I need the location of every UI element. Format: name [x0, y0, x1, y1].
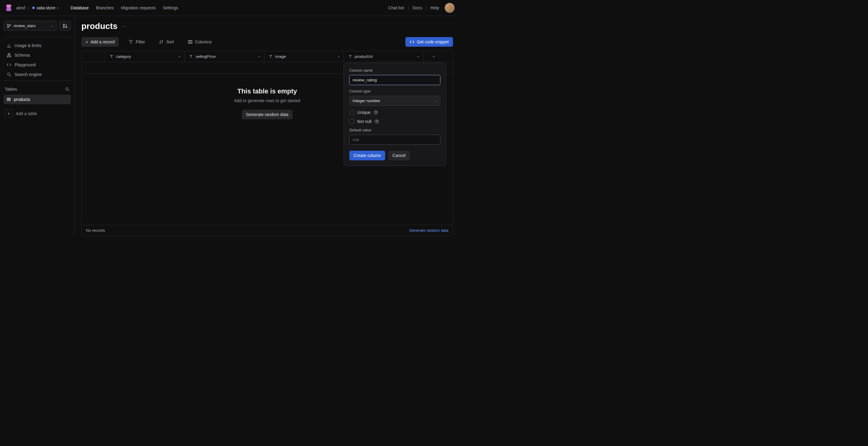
table-item-products[interactable]: products: [4, 95, 71, 104]
text-type-icon: [348, 55, 352, 59]
svg-point-4: [63, 27, 64, 28]
code-snippet-button[interactable]: Get code snippet: [405, 37, 453, 47]
unique-checkbox[interactable]: [349, 110, 354, 115]
sidebar-item-search[interactable]: Search engine: [4, 70, 71, 79]
columns-button[interactable]: Columns: [184, 37, 216, 47]
nav-settings[interactable]: Settings: [163, 5, 179, 10]
plus-icon: +: [86, 39, 88, 44]
column-name-label: Column name: [349, 68, 440, 73]
column-name: productUrl: [355, 54, 373, 59]
column-name: image: [275, 54, 286, 59]
nav-branches[interactable]: Branches: [96, 5, 114, 10]
unique-label: Unique: [357, 110, 370, 115]
generate-data-link[interactable]: Generate random data: [409, 228, 448, 233]
workspace-crumb[interactable]: alexf: [16, 5, 25, 10]
help-icon[interactable]: ?: [373, 110, 378, 115]
schema-icon: [7, 53, 11, 58]
filter-label: Filter: [135, 39, 145, 44]
sidebar-item-label: Playground: [14, 62, 36, 67]
chevron-down-icon: ⌄: [434, 99, 437, 103]
create-column-popover: Column name Column type Integer number ⌄…: [344, 63, 446, 166]
svg-point-5: [66, 27, 67, 28]
docs-link[interactable]: Docs: [412, 5, 422, 10]
filter-button[interactable]: Filter: [124, 37, 149, 47]
git-pull-request-icon: [63, 24, 67, 28]
search-icon[interactable]: [65, 87, 70, 92]
column-type-value: Integer number: [352, 99, 380, 103]
add-record-button[interactable]: + Add a record: [82, 37, 119, 47]
pull-request-button[interactable]: [59, 21, 71, 31]
svg-point-3: [63, 24, 64, 25]
sidebar-item-schema[interactable]: Schema: [4, 50, 71, 60]
sort-label: Sort: [166, 39, 174, 44]
text-type-icon: [269, 55, 273, 59]
text-type-icon: [110, 55, 114, 59]
add-column-button[interactable]: +: [424, 51, 444, 62]
default-value-label: Default value: [349, 128, 440, 132]
column-header-image[interactable]: image ▾: [264, 51, 344, 62]
svg-point-10: [66, 88, 68, 90]
add-table-label: Add a table: [16, 111, 37, 116]
record-count: No records: [86, 228, 105, 233]
sort-button[interactable]: Sort: [155, 37, 178, 47]
sort-icon: [159, 39, 164, 44]
chart-icon: [7, 43, 11, 48]
columns-label: Columns: [195, 39, 212, 44]
divider: |: [408, 5, 409, 10]
columns-icon: [188, 39, 193, 44]
table-icon: [7, 97, 11, 101]
nav-migrations[interactable]: Migration requests: [121, 5, 156, 10]
sidebar-item-usage[interactable]: Usage & limits: [4, 41, 71, 50]
divider: |: [426, 5, 427, 10]
status-dot-icon: [32, 7, 35, 9]
generate-data-button[interactable]: Generate random data: [242, 110, 293, 119]
text-type-icon: [189, 55, 193, 59]
svg-point-0: [7, 24, 9, 25]
column-header-category[interactable]: category ▾: [105, 51, 185, 62]
notnull-label: Not null: [357, 119, 371, 124]
create-column-button[interactable]: Create column: [349, 151, 385, 160]
filter-icon: [128, 39, 133, 44]
code-icon: [7, 62, 11, 67]
sidebar-item-label: Schema: [14, 53, 30, 58]
git-branch-icon: [7, 24, 11, 28]
svg-rect-12: [188, 40, 192, 43]
sidebar-item-label: Usage & limits: [14, 43, 41, 48]
column-header-sellingprice[interactable]: sellingPrice ▾: [185, 51, 264, 62]
branch-selector[interactable]: review_stars ⌄: [4, 21, 57, 31]
svg-rect-8: [10, 56, 11, 57]
nav-database[interactable]: Database: [70, 5, 89, 10]
chevron-down-icon: ▾: [338, 55, 339, 58]
svg-point-1: [7, 27, 9, 28]
page-title: products: [82, 22, 118, 31]
help-icon[interactable]: ?: [374, 119, 379, 124]
table-item-label: products: [14, 97, 30, 102]
chevron-down-icon: ▾: [179, 55, 180, 58]
svg-point-9: [7, 73, 10, 75]
chevron-down-icon: ⌄: [51, 24, 54, 28]
column-type-select[interactable]: Integer number ⌄: [349, 96, 440, 106]
chat-bot-link[interactable]: Chat bot: [388, 5, 404, 10]
search-engine-icon: [7, 72, 11, 77]
column-type-label: Column type: [349, 89, 440, 93]
more-icon[interactable]: ⋯: [122, 23, 127, 30]
store-selector[interactable]: xata-store ▾: [32, 5, 59, 10]
help-link[interactable]: Help: [430, 5, 439, 10]
tables-heading: Tables: [5, 87, 17, 92]
default-value-input[interactable]: [349, 135, 440, 145]
column-name-input[interactable]: [349, 75, 440, 85]
code-snippet-label: Get code snippet: [417, 39, 449, 44]
cancel-button[interactable]: Cancel: [388, 151, 410, 160]
xata-logo[interactable]: [5, 4, 13, 12]
column-header-producturl[interactable]: productUrl ▾: [344, 51, 424, 62]
chevron-down-icon: ▾: [57, 6, 59, 10]
notnull-checkbox[interactable]: [349, 119, 354, 124]
add-table-button[interactable]: + Add a table: [4, 107, 71, 120]
sidebar-item-playground[interactable]: Playground: [4, 60, 71, 70]
avatar[interactable]: [444, 3, 455, 13]
svg-rect-6: [8, 53, 10, 54]
sidebar-item-label: Search engine: [14, 72, 41, 77]
add-record-label: Add a record: [90, 39, 115, 44]
column-name: sellingPrice: [195, 54, 216, 59]
chevron-down-icon: ▾: [417, 55, 419, 58]
